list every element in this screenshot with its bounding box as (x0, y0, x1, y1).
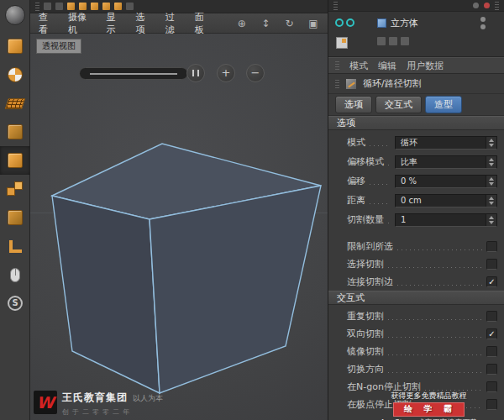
tab-options[interactable]: 选项 (335, 96, 372, 113)
cut-count-input[interactable]: 1 (395, 213, 497, 227)
object-manager: 立方体 (328, 0, 504, 57)
spline-l-icon (9, 240, 22, 253)
spinner-arrows-icon[interactable] (486, 214, 496, 226)
brand-slogan: 以人为本 (133, 394, 163, 402)
render-view-icon[interactable] (335, 18, 357, 29)
brand-text: 王氏教育集团以人为本 创于二零零二年 (62, 391, 163, 417)
object-name[interactable]: 立方体 (391, 17, 418, 29)
offset-mode-dropdown[interactable]: 比率 (395, 155, 497, 169)
pan-icon[interactable]: ⊕ (236, 18, 248, 29)
panel-dot-icon[interactable] (473, 3, 479, 8)
tool-cube[interactable] (0, 32, 30, 60)
userdata-menu[interactable]: 用户数据 (407, 60, 444, 72)
dropdown-arrows-icon[interactable] (486, 137, 496, 149)
distance-input[interactable]: 0 cm (395, 194, 497, 207)
brand-company: 王氏教育集团 (62, 391, 128, 405)
spinner-arrows-icon[interactable] (486, 195, 496, 207)
toolbar-icon[interactable] (44, 3, 51, 10)
layout-icon[interactable] (336, 37, 348, 49)
toolbar-icon-orange[interactable] (114, 3, 122, 10)
panel-dot-icon[interactable] (484, 3, 490, 8)
zoom-icon[interactable]: ↕ (260, 18, 271, 29)
drag-grip-icon[interactable] (35, 3, 39, 11)
visibility-dots[interactable] (480, 17, 486, 29)
tag-icon[interactable] (389, 37, 397, 45)
restrict-checkbox[interactable] (486, 241, 497, 252)
stop-pole-checkbox[interactable] (486, 399, 497, 410)
mode-dropdown[interactable]: 循环 (395, 136, 497, 150)
cube-icon (8, 39, 23, 54)
cube-object-icon (377, 18, 386, 28)
section-header-interactive[interactable]: 交互式 (328, 291, 504, 305)
select-cut-checkbox[interactable] (486, 259, 497, 270)
field-value[interactable]: 0 % (396, 176, 486, 186)
toolbar-icon-orange[interactable] (91, 3, 98, 10)
brand-watermark: W 王氏教育集团以人为本 创于二零零二年 (34, 391, 163, 417)
visibility-dot-icon[interactable] (480, 17, 486, 22)
tag-icon[interactable] (401, 37, 409, 45)
tool-spline[interactable] (0, 232, 30, 260)
drag-grip-icon[interactable] (333, 2, 338, 10)
repeat-cut-checkbox[interactable] (486, 311, 497, 322)
rotate-icon[interactable]: ↻ (283, 18, 295, 29)
connect-edges-checkbox[interactable]: ✓ (486, 276, 497, 287)
spinner-arrows-icon[interactable] (486, 176, 496, 187)
menu-filter[interactable]: 过滤 (165, 11, 183, 36)
world-globe-icon[interactable] (5, 5, 25, 25)
object-manager-header (328, 0, 504, 12)
tool-snap[interactable]: S (0, 289, 30, 318)
check-label: 连接切割边 (347, 276, 393, 288)
stop-ngon-checkbox[interactable] (486, 381, 497, 392)
attribute-list: 选项 模式 循环 偏移模式 比率 偏移 (328, 116, 504, 420)
field-value[interactable]: 1 (396, 215, 486, 224)
s-circle-icon: S (8, 296, 23, 311)
tool-cube-outline[interactable] (0, 118, 30, 146)
tab-modeling[interactable]: 造型 (425, 96, 462, 113)
polygon-cube-icon (8, 210, 23, 225)
mode-menu[interactable]: 模式 (349, 60, 368, 72)
tool-cube-active[interactable] (0, 146, 30, 175)
menu-panel[interactable]: 面板 (195, 11, 213, 36)
grid-plane-icon (5, 98, 25, 109)
brand-logo: W (34, 391, 57, 414)
mirror-cut-checkbox[interactable] (486, 346, 497, 357)
leader-dots (416, 407, 482, 408)
drag-grip-icon[interactable] (495, 2, 499, 10)
tab-interactive[interactable]: 交互式 (375, 96, 422, 113)
drag-grip-icon[interactable] (335, 80, 339, 88)
dropdown-arrows-icon[interactable] (486, 156, 496, 168)
field-value[interactable]: 0 cm (396, 196, 486, 205)
leader-dots (388, 337, 482, 338)
object-row[interactable]: 立方体 (377, 17, 418, 29)
tool-plane[interactable] (0, 89, 30, 118)
menu-view[interactable]: 查看 (39, 11, 56, 36)
toggle-view-icon[interactable]: ▣ (307, 18, 319, 29)
check-label: 在N-gon停止切割 (347, 381, 421, 393)
visibility-dot-icon[interactable] (480, 24, 486, 29)
offset-input[interactable]: 0 % (395, 175, 497, 188)
drag-grip-icon[interactable] (335, 61, 339, 70)
dropdown-value: 循环 (396, 137, 486, 149)
cube-mesh[interactable] (30, 34, 328, 420)
check-row-mirror-cut: 镜像切割 (328, 343, 504, 360)
toolbar-icon-orange[interactable] (102, 3, 110, 10)
toolbar-icon-orange[interactable] (79, 3, 87, 10)
section-header-options[interactable]: 选项 (328, 116, 504, 130)
menu-options[interactable]: 选项 (136, 11, 154, 36)
tool-polygon-cube[interactable] (0, 203, 30, 232)
toolbar-icon-orange[interactable] (67, 3, 75, 10)
menu-camera[interactable]: 摄像机 (68, 11, 95, 36)
menu-display[interactable]: 显示 (107, 11, 124, 36)
field-label: 模式 (347, 136, 365, 149)
tool-mouse[interactable] (0, 260, 30, 289)
tool-sphere[interactable] (0, 60, 30, 89)
bidirectional-checkbox[interactable]: ✓ (486, 328, 497, 339)
tag-icon[interactable] (377, 37, 386, 45)
perspective-viewport[interactable]: 透视视图 + − W 王氏教育集团以人为本 创于二零零二年 (30, 34, 328, 420)
switch-direction-checkbox[interactable] (486, 364, 497, 375)
toolbar-icon[interactable] (55, 3, 63, 10)
tool-array[interactable] (0, 175, 30, 203)
edit-menu[interactable]: 编辑 (378, 60, 396, 72)
mouse-icon (10, 268, 20, 282)
toolbar-icon[interactable] (126, 3, 134, 10)
